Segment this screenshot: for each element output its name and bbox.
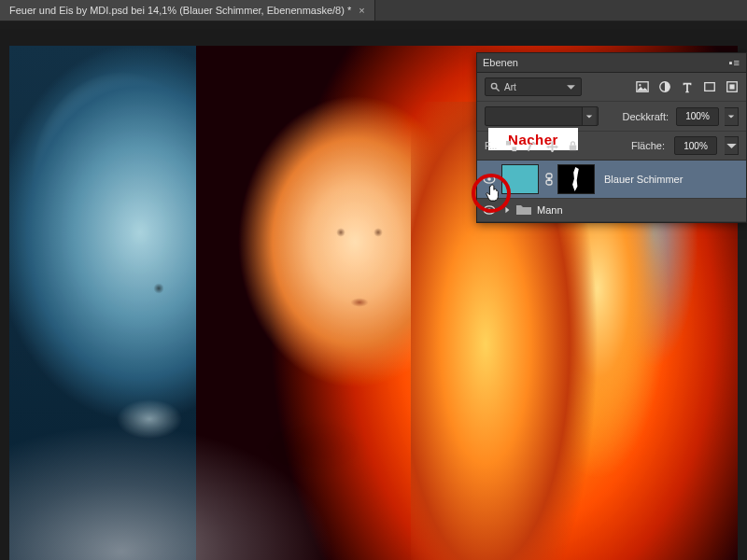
document-tab-bar: Feuer und Eis by MDI.psd bei 14,1% (Blau… [0, 0, 747, 21]
visibility-toggle[interactable] [477, 205, 501, 215]
document-tab-title: Feuer und Eis by MDI.psd bei 14,1% (Blau… [9, 5, 351, 16]
layer-search-label: Art [504, 82, 516, 92]
filter-image-icon[interactable] [636, 80, 649, 93]
layer-filter-icons [636, 80, 739, 93]
chevron-down-icon [566, 82, 576, 92]
filter-adjust-icon[interactable] [658, 80, 671, 93]
layer-name-label[interactable]: Mann [537, 204, 563, 216]
folder-icon [511, 203, 531, 217]
blend-mode-dropdown[interactable] [485, 106, 599, 126]
svg-point-0 [491, 83, 497, 89]
lock-fill-row: F... Fläche: 100% [477, 132, 746, 161]
filter-type-icon[interactable] [681, 80, 694, 93]
cursor-hand-icon [485, 184, 501, 204]
svg-rect-15 [548, 177, 550, 181]
opacity-value[interactable]: 100% [676, 107, 719, 126]
layers-panel: Ebenen ▪≡ Art Deckkraft: 100% [476, 52, 747, 223]
chevron-down-icon [582, 107, 596, 125]
mask-link-icon[interactable] [543, 173, 556, 186]
fill-label: Fläche: [631, 140, 665, 151]
lock-transparency-icon[interactable] [504, 139, 517, 152]
svg-point-17 [487, 208, 491, 212]
layers-list: Blauer Schimmer Mann [477, 161, 746, 222]
fill-stepper[interactable] [725, 136, 739, 155]
svg-rect-9 [512, 147, 516, 151]
svg-point-3 [639, 84, 641, 86]
layer-search[interactable]: Art [485, 77, 582, 96]
fill-value[interactable]: 100% [674, 136, 717, 155]
layer-row-mann[interactable]: Mann [477, 199, 746, 222]
lock-position-icon[interactable] [545, 139, 558, 152]
layers-panel-title: Ebenen [483, 57, 518, 68]
lock-pixels-icon[interactable] [525, 139, 538, 152]
lock-row-label: F... [485, 141, 497, 151]
visibility-toggle[interactable] [477, 175, 501, 184]
lock-all-icon[interactable] [566, 139, 579, 152]
document-tab[interactable]: Feuer und Eis by MDI.psd bei 14,1% (Blau… [0, 0, 375, 21]
layer-thumbnail[interactable] [501, 164, 539, 194]
artwork-smoke [9, 384, 345, 560]
filter-smart-icon[interactable] [726, 80, 739, 93]
svg-rect-8 [506, 140, 511, 145]
layers-panel-header[interactable]: Ebenen ▪≡ [477, 53, 746, 73]
svg-rect-10 [570, 145, 576, 150]
blend-opacity-row: Deckkraft: 100% Nacher [477, 102, 746, 132]
filter-shape-icon[interactable] [703, 80, 716, 93]
layer-row-blauer-schimmer[interactable]: Blauer Schimmer [477, 161, 746, 199]
panel-menu-icon[interactable]: ▪≡ [729, 57, 740, 68]
opacity-stepper[interactable] [725, 107, 739, 126]
opacity-label: Deckkraft: [622, 111, 669, 122]
search-icon [490, 82, 500, 92]
app-window: Feuer und Eis by MDI.psd bei 14,1% (Blau… [0, 0, 747, 560]
layer-name-label[interactable]: Blauer Schimmer [604, 174, 683, 185]
svg-line-1 [496, 88, 499, 91]
svg-rect-5 [705, 83, 715, 91]
layers-filter-row: Art [477, 73, 746, 102]
expand-arrow-icon[interactable] [503, 204, 511, 216]
svg-point-12 [487, 177, 491, 181]
close-tab-icon[interactable]: × [359, 5, 364, 16]
layer-mask-thumbnail[interactable] [557, 164, 595, 194]
svg-rect-7 [729, 84, 734, 89]
